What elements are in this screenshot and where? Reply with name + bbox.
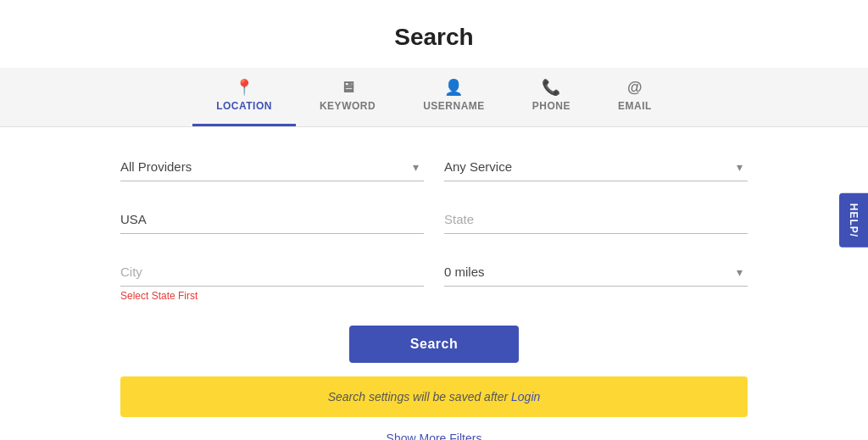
tab-keyword-label: KEYWORD [320, 100, 376, 112]
country-input[interactable] [120, 205, 424, 234]
notice-bar: Search settings will be saved after Logi… [120, 376, 748, 417]
location-icon: 📍 [235, 80, 254, 95]
city-field: Select State First [120, 258, 424, 302]
provider-field: All Providers [120, 153, 424, 181]
service-select[interactable]: Any Service [444, 153, 748, 181]
provider-select-wrapper: All Providers [120, 153, 424, 181]
tab-username-label: USERNAME [423, 100, 485, 112]
country-state-row [120, 205, 748, 234]
tab-phone-label: PHONE [532, 100, 570, 112]
login-link[interactable]: Login [511, 390, 540, 404]
tab-username[interactable]: 👤 USERNAME [399, 68, 509, 126]
distance-select[interactable]: 0 miles 10 miles 25 miles 50 miles 100 m… [444, 258, 748, 287]
city-distance-row: Select State First 0 miles 10 miles 25 m… [120, 258, 748, 302]
distance-select-wrapper: 0 miles 10 miles 25 miles 50 miles 100 m… [444, 258, 748, 287]
show-more-filters-link[interactable]: Show More Filters [387, 432, 482, 440]
state-input[interactable] [444, 205, 748, 234]
tab-location-label: LOCATION [216, 100, 272, 112]
tab-location[interactable]: 📍 LOCATION [192, 68, 296, 126]
main-content: All Providers Any Service Select State F… [103, 127, 765, 440]
tab-email-label: EMAIL [618, 100, 652, 112]
phone-icon: 📞 [542, 80, 561, 95]
tab-bar: 📍 LOCATION 🖥 KEYWORD 👤 USERNAME 📞 PHONE … [0, 68, 868, 127]
provider-service-row: All Providers Any Service [120, 153, 748, 181]
service-select-wrapper: Any Service [444, 153, 748, 181]
provider-select[interactable]: All Providers [120, 153, 424, 181]
tab-keyword[interactable]: 🖥 KEYWORD [296, 68, 399, 126]
help-button[interactable]: HELP/ [839, 192, 868, 247]
search-button[interactable]: Search [349, 326, 519, 363]
tab-email[interactable]: @ EMAIL [594, 68, 676, 126]
search-button-row: Search [120, 326, 748, 363]
city-input[interactable] [120, 258, 424, 287]
page-title: Search [0, 24, 868, 51]
email-icon: @ [627, 80, 643, 95]
service-field: Any Service [444, 153, 748, 181]
distance-field: 0 miles 10 miles 25 miles 50 miles 100 m… [444, 258, 748, 302]
state-field [444, 205, 748, 234]
country-field [120, 205, 424, 234]
show-more-row: Show More Filters [120, 431, 748, 440]
tab-phone[interactable]: 📞 PHONE [509, 68, 594, 126]
page-header: Search [0, 0, 868, 68]
keyword-icon: 🖥 [340, 80, 356, 95]
username-icon: 👤 [444, 80, 464, 95]
city-error: Select State First [120, 290, 424, 302]
notice-text-before: Search settings will be saved after [328, 390, 511, 404]
